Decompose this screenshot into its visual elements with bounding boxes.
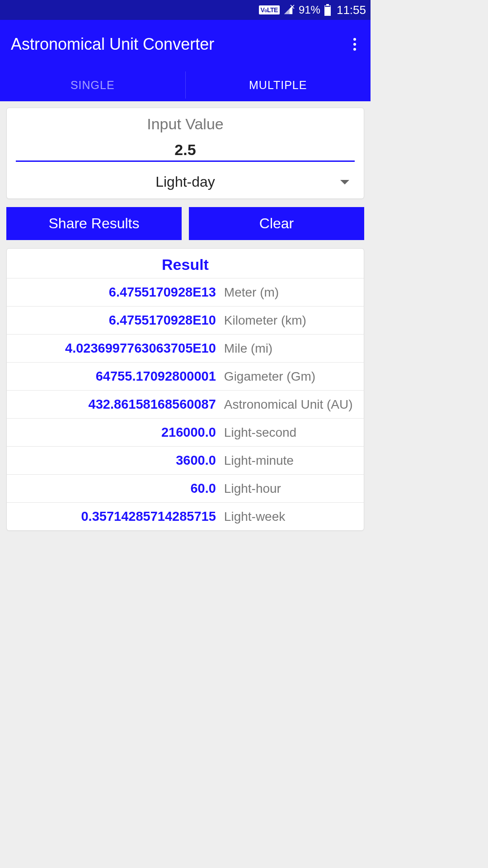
result-unit: Gigameter (Gm) [224,369,356,384]
result-unit: Meter (m) [224,285,356,300]
result-unit: Astronomical Unit (AU) [224,397,356,412]
tabs: SINGLE MULTIPLE [0,69,371,101]
volte-badge: VoLTE [259,5,280,14]
result-value: 4.0236997763063705E10 [15,341,216,356]
unit-select[interactable]: Light-day [7,168,364,198]
input-label: Input Value [7,115,364,133]
result-unit: Kilometer (km) [224,313,356,328]
result-row: 6.4755170928E13 Meter (m) [7,278,364,306]
unit-select-text: Light-day [20,174,350,190]
tab-single[interactable]: SINGLE [0,69,185,101]
result-value: 3600.0 [15,453,216,468]
result-value: 60.0 [15,481,216,496]
clear-button[interactable]: Clear [189,207,364,240]
clock: 11:55 [337,3,366,17]
results-card: Result 6.4755170928E13 Meter (m) 6.47551… [6,248,364,531]
content: Input Value Light-day Share Results Clea… [0,101,371,537]
svg-rect-2 [325,6,330,7]
share-button[interactable]: Share Results [6,207,182,240]
tab-multiple[interactable]: MULTIPLE [186,69,371,101]
signal-icon [283,5,295,15]
results-title: Result [7,249,364,278]
result-value: 6.4755170928E13 [15,285,216,300]
chevron-down-icon [340,180,349,184]
button-row: Share Results Clear [6,207,364,240]
result-row: 3600.0 Light-minute [7,446,364,474]
result-row: 4.0236997763063705E10 Mile (mi) [7,334,364,362]
battery-icon [324,4,331,16]
result-unit: Light-week [224,509,356,524]
result-row: 64755.17092800001 Gigameter (Gm) [7,362,364,390]
result-unit: Mile (mi) [224,341,356,356]
value-input[interactable] [16,141,355,159]
input-card: Input Value Light-day [6,108,364,199]
result-unit: Light-minute [224,453,356,468]
result-value: 432.86158168560087 [15,397,216,412]
result-value: 0.35714285714285715 [15,509,216,524]
result-row: 6.4755170928E10 Kilometer (km) [7,306,364,334]
battery-percent: 91% [299,4,320,16]
result-row: 60.0 Light-hour [7,474,364,502]
more-menu-icon[interactable] [350,34,360,54]
result-row: 432.86158168560087 Astronomical Unit (AU… [7,390,364,418]
result-value: 216000.0 [15,425,216,440]
input-field-wrap [16,141,355,162]
result-unit: Light-second [224,425,356,440]
result-unit: Light-hour [224,481,356,496]
svg-rect-1 [324,5,331,16]
svg-rect-0 [326,4,329,5]
status-bar: VoLTE 91% 11:55 [0,0,371,20]
result-row: 216000.0 Light-second [7,418,364,446]
result-value: 64755.17092800001 [15,369,216,384]
app-title: Astronomical Unit Converter [11,35,214,54]
result-row: 0.35714285714285715 Light-week [7,502,364,530]
result-value: 6.4755170928E10 [15,313,216,328]
app-bar: Astronomical Unit Converter [0,20,371,69]
